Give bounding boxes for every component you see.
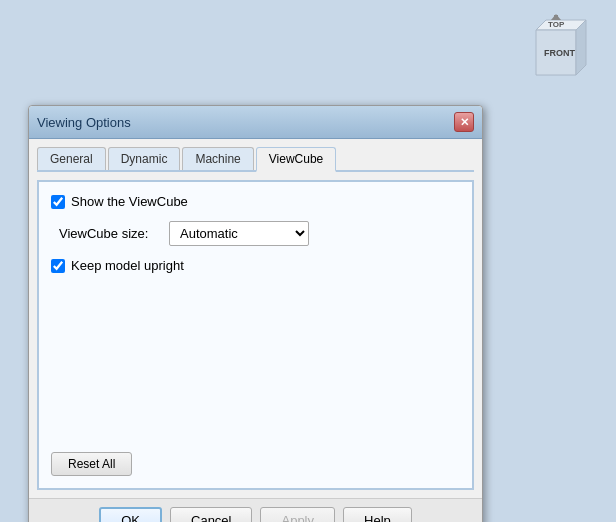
svg-text:TOP: TOP: [548, 20, 565, 29]
size-label: ViewCube size:: [59, 226, 159, 241]
svg-text:FRONT: FRONT: [544, 48, 575, 58]
viewcube-size-row: ViewCube size: Automatic Small Normal La…: [59, 221, 460, 246]
show-viewcube-row: Show the ViewCube: [51, 194, 460, 209]
tab-viewcube[interactable]: ViewCube: [256, 147, 336, 172]
size-select[interactable]: Automatic Small Normal Large: [169, 221, 309, 246]
dialog-titlebar: Viewing Options ✕: [29, 106, 482, 139]
tab-bar: General Dynamic Machine ViewCube: [37, 147, 474, 172]
svg-marker-2: [576, 20, 586, 75]
viewing-options-dialog: Viewing Options ✕ General Dynamic Machin…: [28, 105, 483, 522]
tab-dynamic[interactable]: Dynamic: [108, 147, 181, 170]
show-viewcube-checkbox[interactable]: [51, 195, 65, 209]
show-viewcube-text: Show the ViewCube: [71, 194, 188, 209]
dialog-footer: OK Cancel Apply Help: [29, 498, 482, 522]
show-viewcube-label[interactable]: Show the ViewCube: [51, 194, 188, 209]
keep-upright-checkbox[interactable]: [51, 259, 65, 273]
ok-button[interactable]: OK: [99, 507, 162, 522]
cancel-button[interactable]: Cancel: [170, 507, 252, 522]
dialog-body: General Dynamic Machine ViewCube Show th…: [29, 139, 482, 498]
dialog-title: Viewing Options: [37, 115, 131, 130]
view-cube-widget: TOP FRONT: [516, 10, 606, 100]
tab-machine[interactable]: Machine: [182, 147, 253, 170]
reset-all-container: Reset All: [51, 452, 132, 476]
keep-upright-text: Keep model upright: [71, 258, 184, 273]
tab-general[interactable]: General: [37, 147, 106, 170]
tab-content-viewcube: Show the ViewCube ViewCube size: Automat…: [37, 180, 474, 490]
keep-upright-label[interactable]: Keep model upright: [51, 258, 184, 273]
keep-upright-row: Keep model upright: [51, 258, 460, 273]
apply-button[interactable]: Apply: [260, 507, 335, 522]
close-button[interactable]: ✕: [454, 112, 474, 132]
help-button[interactable]: Help: [343, 507, 412, 522]
view-cube-svg: TOP FRONT: [516, 10, 596, 90]
reset-all-button[interactable]: Reset All: [51, 452, 132, 476]
